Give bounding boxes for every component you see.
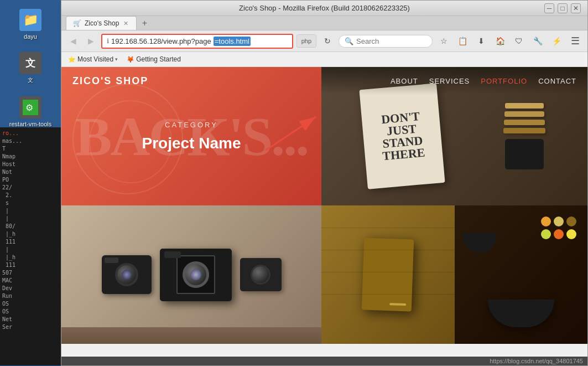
home-icon[interactable]: 🏠 [492,33,508,49]
reload-button[interactable]: ↻ [320,33,335,49]
download-icon[interactable]: ⬇ [473,33,489,49]
bookmark-icon-2: 🦊 [127,56,134,63]
cup-mockup [505,139,544,169]
nav-bar: ◀ ▶ ℹ 192.168.56.128/view.php?page =tool… [61,30,587,52]
search-icon: 🔍 [345,37,353,45]
extension-icon[interactable]: 🔧 [530,33,545,49]
lens-3 [251,265,270,285]
bookmark-icon-1: ⭐ [68,56,76,63]
lens-1 [115,263,138,286]
nav-link-contact[interactable]: CONTACT [538,74,576,88]
lens-2 [183,261,209,288]
desktop-icon-folder[interactable]: 📁 dayu [16,6,45,43]
minimize-button[interactable]: ─ [544,3,554,13]
site-logo: ZICO'S SHOP [72,75,148,87]
restart-icon-label: restart-vm-tools [9,121,51,127]
hamburger-menu[interactable]: ☰ [568,33,583,49]
dropdown-arrow-1: ▾ [115,56,118,62]
restart-icon: ⚙ [19,96,41,118]
website-content: ZICO'S SHOP ABOUT SERVICES PORTFOLIO CON… [61,67,587,365]
maximize-button[interactable]: □ [558,3,568,13]
bookmark-label-2: Getting Started [136,55,181,63]
bookmark-most-visited[interactable]: ⭐ Most Visited ▾ [66,54,120,64]
pocket-icon[interactable]: 📋 [455,33,470,49]
shield-icon[interactable]: 🛡 [511,33,527,49]
camera-3 [240,258,282,291]
url-highlight: =tools.html [214,37,251,46]
status-url: https://blog.csdn.net/qq_34801745 [490,358,583,364]
bookmark-label-1: Most Visited [77,55,113,63]
bookmark-getting-started[interactable]: 🦊 Getting Started [124,54,183,64]
desktop: 📁 dayu 文 文 ⚙ restart-vm-tools 📂 mount-sh… [0,0,61,366]
desktop-icon-text[interactable]: 文 文 [16,49,45,87]
coasters-mockup [503,103,545,169]
book-mockup: DON'TJUSTSTANDTHERE [360,83,445,189]
bowl-mockup [488,300,554,327]
back-button[interactable]: ◀ [66,34,80,48]
main-grid: BACK'S... CATEGORY Project Name [61,67,587,365]
spice-items [541,216,576,239]
mortar-mockup [463,233,496,252]
search-input[interactable] [356,37,412,45]
php-button[interactable]: php [296,34,316,48]
close-button[interactable]: ✕ [571,3,581,13]
nav-link-services[interactable]: SERVICES [429,74,470,88]
bookmarks-icon[interactable]: ☆ [436,33,451,49]
desktop-icon-label: dayu [24,33,37,40]
nav-link-about[interactable]: ABOUT [391,74,418,88]
url-bar[interactable]: ℹ 192.168.56.128/view.php?page =tools.ht… [101,34,293,49]
nav-link-portfolio[interactable]: PORTFOLIO [481,74,527,88]
camera-1 [102,255,152,294]
cameras-cell [61,205,321,344]
tab-label: Zico's Shop [85,19,119,27]
url-protocol: 192.168.56.128/view.php?page [111,37,211,45]
tab-favicon: 🛒 [73,19,81,27]
bottom-right-cells [321,205,587,344]
browser-window: Zico's Shop - Mozilla Firefox (Build 201… [61,0,588,366]
spices-cell [455,205,588,344]
folder-icon: 📁 [19,9,41,31]
svg-text:⚙: ⚙ [25,103,33,112]
project-name: Project Name [142,135,241,152]
extra-icon[interactable]: ⚡ [549,33,564,49]
site-nav-links: ABOUT SERVICES PORTFOLIO CONTACT [391,74,576,88]
tab-bar: 🛒 Zico's Shop ✕ + [61,16,587,30]
category-label: CATEGORY [165,121,218,129]
search-box[interactable]: 🔍 [339,35,433,48]
camera-2 [160,249,232,301]
desktop-icon-restart[interactable]: ⚙ restart-vm-tools [6,93,55,131]
active-tab[interactable]: 🛒 Zico's Shop ✕ [66,16,137,30]
site-navigation: ZICO'S SHOP ABOUT SERVICES PORTFOLIO CON… [61,67,587,95]
status-bar: https://blog.csdn.net/qq_34801745 [61,357,587,365]
tab-close-button[interactable]: ✕ [122,20,129,27]
title-bar: Zico's Shop - Mozilla Firefox (Build 201… [61,1,587,16]
new-tab-button[interactable]: + [138,17,151,30]
text-file-icon: 文 [19,52,41,74]
book-wood-cell [321,205,455,344]
window-title: Zico's Shop - Mozilla Firefox (Build 201… [239,4,410,12]
desktop-icon-label2: 文 [28,76,33,84]
secure-icon: ℹ [107,38,109,45]
forward-button[interactable]: ▶ [84,34,98,48]
window-controls: ─ □ ✕ [544,3,581,13]
bookmarks-bar: ⭐ Most Visited ▾ 🦊 Getting Started [61,52,587,67]
terminal-output: ro... mas... T Nmap Host Not PO 22/ 2. s… [0,127,61,365]
